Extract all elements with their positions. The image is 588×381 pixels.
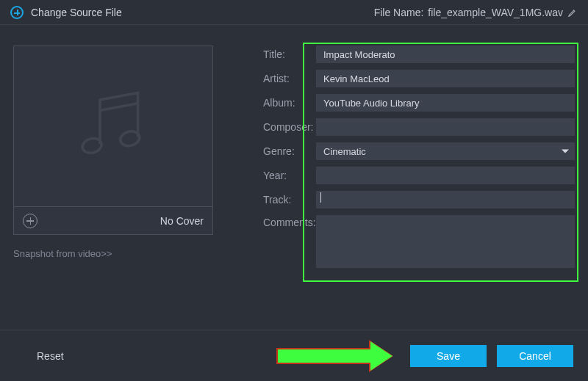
album-input[interactable] xyxy=(316,94,575,112)
row-comments: Comments: xyxy=(263,215,575,268)
label-artist: Artist: xyxy=(263,73,316,84)
cover-bottom-bar: No Cover xyxy=(14,206,212,234)
no-cover-label: No Cover xyxy=(160,215,204,227)
metadata-form: Title: Artist: Album: Composer: Genre: Y… xyxy=(263,46,575,319)
row-album: Album: xyxy=(263,94,575,112)
reset-button[interactable]: Reset xyxy=(37,350,64,362)
row-track: Track: xyxy=(263,191,575,208)
cover-column: No Cover Snapshot from video>> xyxy=(13,46,219,319)
music-note-icon xyxy=(14,46,212,206)
comments-input[interactable] xyxy=(316,215,575,268)
row-artist: Artist: xyxy=(263,70,575,87)
label-track: Track: xyxy=(263,194,316,206)
text-cursor xyxy=(320,192,321,203)
file-name-display: File Name: file_example_WAV_1MG.wav xyxy=(374,7,578,18)
genre-input[interactable] xyxy=(316,142,575,160)
pencil-icon[interactable] xyxy=(567,7,578,18)
composer-input[interactable] xyxy=(316,118,575,136)
plus-circle-icon xyxy=(10,6,24,19)
label-title: Title: xyxy=(263,48,316,60)
label-album: Album: xyxy=(263,97,316,109)
svg-point-0 xyxy=(81,137,103,155)
row-composer: Composer: xyxy=(263,118,575,136)
top-bar: Change Source File File Name: file_examp… xyxy=(0,0,588,25)
row-title: Title: xyxy=(263,46,575,63)
label-composer: Composer: xyxy=(263,121,316,133)
add-cover-button[interactable] xyxy=(23,214,37,228)
track-input[interactable] xyxy=(316,191,575,208)
file-name-label: File Name: xyxy=(374,7,424,18)
annotation-arrow xyxy=(276,342,395,370)
genre-select[interactable] xyxy=(316,142,575,160)
artist-input[interactable] xyxy=(316,70,575,87)
change-source-label: Change Source File xyxy=(31,7,122,18)
row-genre: Genre: xyxy=(263,142,575,160)
change-source-button[interactable]: Change Source File xyxy=(10,6,122,19)
year-input[interactable] xyxy=(316,167,575,184)
label-genre: Genre: xyxy=(263,145,316,157)
label-year: Year: xyxy=(263,170,316,181)
title-input[interactable] xyxy=(316,46,575,63)
snapshot-link[interactable]: Snapshot from video>> xyxy=(13,248,219,259)
cover-box: No Cover xyxy=(13,46,213,235)
cancel-button[interactable]: Cancel xyxy=(497,345,573,367)
save-button[interactable]: Save xyxy=(410,345,487,367)
svg-point-1 xyxy=(119,129,141,148)
main-area: No Cover Snapshot from video>> Title: Ar… xyxy=(0,25,588,319)
label-comments: Comments: xyxy=(263,215,316,228)
row-year: Year: xyxy=(263,167,575,184)
file-name-value: file_example_WAV_1MG.wav xyxy=(428,7,563,18)
bottom-bar: Reset Save Cancel xyxy=(0,330,588,381)
